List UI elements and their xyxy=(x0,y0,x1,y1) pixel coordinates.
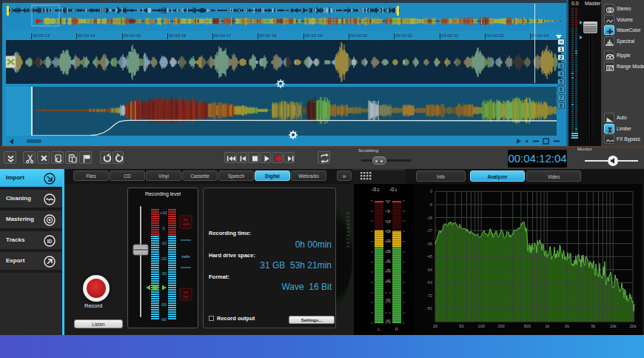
svg-text:20k: 20k xyxy=(630,324,637,328)
svg-text:200: 200 xyxy=(497,324,504,328)
svg-text:0: 0 xyxy=(430,189,432,193)
svg-text:100: 100 xyxy=(478,324,485,328)
svg-text:-18: -18 xyxy=(426,216,432,220)
svg-text:500: 500 xyxy=(524,324,531,328)
svg-text:1k: 1k xyxy=(545,324,549,328)
svg-text:-54: -54 xyxy=(426,268,432,272)
svg-text:-9: -9 xyxy=(429,202,432,207)
svg-text:-27: -27 xyxy=(426,228,432,233)
svg-text:5k: 5k xyxy=(591,324,595,328)
svg-text:-63: -63 xyxy=(426,280,432,285)
svg-text:-45: -45 xyxy=(426,254,432,259)
svg-text:10k: 10k xyxy=(610,324,617,328)
svg-text:-72: -72 xyxy=(426,294,432,298)
svg-text:-36: -36 xyxy=(426,242,432,246)
svg-text:2k: 2k xyxy=(565,324,569,328)
svg-text:20: 20 xyxy=(433,324,437,328)
svg-text:-81: -81 xyxy=(426,306,432,311)
svg-text:50: 50 xyxy=(459,324,463,328)
